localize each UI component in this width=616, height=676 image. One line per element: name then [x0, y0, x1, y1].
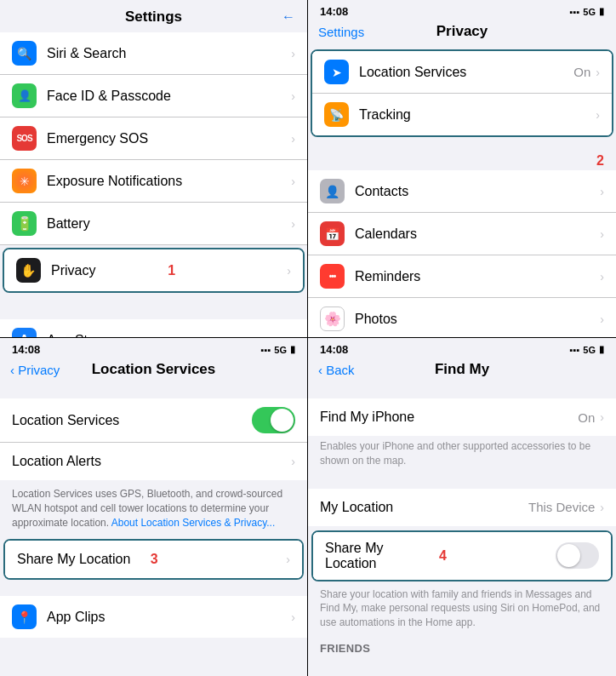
siri-label: Siri & Search — [47, 46, 291, 61]
chevron-icon: › — [291, 217, 295, 231]
reminders-icon: ••• — [320, 264, 345, 289]
location-services-group1: Location Services Location Alerts › — [0, 398, 307, 480]
chevron-icon: › — [291, 175, 295, 188]
time-q3: 14:08 — [12, 343, 40, 356]
privacy-item-photos[interactable]: 🌸 Photos › — [308, 298, 616, 338]
location-alerts-item[interactable]: Location Alerts › — [0, 443, 307, 480]
chevron-icon: › — [600, 312, 604, 326]
location-alerts-label: Location Alerts — [12, 454, 291, 469]
status-icons-q2: ▪▪▪ 5G ▮ — [570, 6, 604, 17]
nav-bar-q2: Settings Privacy — [308, 20, 616, 47]
photos-label: Photos — [355, 312, 600, 327]
chevron-icon: › — [291, 47, 295, 60]
location-services-toggle[interactable] — [252, 407, 295, 433]
sos-label: Emergency SOS — [47, 131, 291, 146]
location-services-toggle-item: Location Services — [0, 398, 307, 443]
section-gap-sm — [308, 475, 616, 489]
chevron-icon: › — [596, 108, 600, 122]
privacy-item-contacts[interactable]: 👤 Contacts › — [308, 170, 616, 213]
network-type: 5G — [274, 345, 287, 355]
quadrant-find-my: 14:08 ▪▪▪ 5G ▮ ‹ Back Find My Find My iP… — [308, 338, 616, 676]
chevron-icon: › — [600, 410, 604, 424]
settings-item-appstore[interactable]: A App Store › — [0, 319, 307, 338]
settings-item-faceid[interactable]: 👤 Face ID & Passcode › — [0, 75, 307, 117]
settings-item-battery[interactable]: 🔋 Battery › — [0, 203, 307, 245]
faceid-label: Face ID & Passcode — [47, 89, 291, 104]
contacts-icon: 👤 — [320, 179, 345, 203]
privacy-label: Privacy — [51, 263, 163, 278]
share-location-group-q4: Share My Location 4 — [313, 532, 611, 580]
back-button-q4[interactable]: ‹ Back — [318, 363, 355, 377]
my-location-item[interactable]: My Location This Device › — [308, 489, 616, 526]
status-bar-q2: 14:08 ▪▪▪ 5G ▮ — [308, 0, 616, 20]
nav-title-q3: Location Services — [92, 361, 216, 378]
tracking-label: Tracking — [359, 107, 596, 123]
chevron-icon: › — [291, 89, 295, 103]
settings-item-privacy[interactable]: ✋ Privacy 1 › — [4, 249, 303, 291]
find-my-group1: Find My iPhone On › — [308, 398, 616, 436]
photos-icon: 🌸 — [320, 306, 345, 331]
chevron-icon: › — [600, 227, 604, 241]
privacy-item-tracking[interactable]: 📡 Tracking › — [312, 94, 612, 135]
siri-icon: 🔍 — [12, 41, 37, 66]
time-q4: 14:08 — [320, 343, 348, 356]
nav-title-q4: Find My — [435, 361, 489, 378]
app-clips-item[interactable]: 📍 App Clips › — [0, 596, 307, 638]
settings-back-arrow: ← — [282, 9, 295, 25]
privacy-item-calendars[interactable]: 📅 Calendars › — [308, 213, 616, 255]
appstore-icon: A — [12, 328, 37, 338]
privacy-item-reminders[interactable]: ••• Reminders › — [308, 255, 616, 298]
back-button-q2[interactable]: Settings — [318, 25, 364, 39]
settings-title: Settings — [125, 9, 182, 26]
app-clips-label: App Clips — [47, 610, 291, 625]
find-my-iphone-label: Find My iPhone — [320, 410, 578, 425]
share-my-location-item-q4[interactable]: Share My Location 4 — [313, 532, 611, 580]
time-q2: 14:08 — [320, 5, 348, 18]
settings-item-siri[interactable]: 🔍 Siri & Search › — [0, 32, 307, 75]
app-clips-group: 📍 App Clips › — [0, 596, 307, 638]
share-location-toggle[interactable] — [556, 542, 599, 569]
tracking-icon: 📡 — [324, 102, 349, 127]
exposure-icon: ✳ — [12, 169, 37, 193]
location-services-icon: ➤ — [324, 60, 349, 84]
settings-item-exposure[interactable]: ✳ Exposure Notifications › — [0, 160, 307, 203]
badge-4: 4 — [439, 548, 447, 564]
nav-bar-q3: ‹ Privacy Location Services — [0, 358, 307, 385]
location-services-value: On — [573, 65, 590, 79]
back-button-q3[interactable]: ‹ Privacy — [10, 363, 60, 377]
settings-item-privacy-highlight: ✋ Privacy 1 › — [3, 248, 305, 293]
share-my-location-label-q4: Share My Location — [325, 541, 434, 571]
battery-label: Battery — [47, 216, 291, 232]
chevron-icon: › — [286, 553, 290, 566]
toggle-knob — [557, 544, 580, 567]
chevron-icon: › — [287, 264, 291, 278]
location-services-description: Location Services uses GPS, Bluetooth, a… — [0, 480, 307, 536]
my-location-value: This Device — [528, 500, 595, 514]
section-gap-sm — [308, 385, 616, 398]
privacy-item-location[interactable]: ➤ Location Services On › — [312, 51, 612, 94]
badge-1: 1 — [168, 263, 175, 278]
find-my-iphone-desc: Enables your iPhone and other supported … — [308, 436, 616, 475]
signal-icon: ▪▪▪ — [570, 7, 580, 17]
find-my-iphone-item[interactable]: Find My iPhone On › — [308, 398, 616, 436]
quadrant-location-services: 14:08 ▪▪▪ 5G ▮ ‹ Privacy Location Servic… — [0, 338, 308, 676]
chevron-icon: › — [291, 132, 295, 146]
share-location-group: Share My Location 3 › — [5, 541, 302, 578]
section-gap-sm — [0, 385, 307, 398]
share-my-location-desc: Share your location with family and frie… — [308, 584, 616, 637]
about-location-link[interactable]: About Location Services & Privacy... — [111, 517, 276, 529]
badge-3: 3 — [151, 552, 158, 567]
settings-item-sos[interactable]: SOS Emergency SOS › — [0, 117, 307, 160]
share-my-location-item[interactable]: Share My Location 3 › — [5, 541, 302, 578]
my-location-label: My Location — [320, 500, 528, 515]
section-gap-sm — [308, 140, 616, 153]
signal-icon: ▪▪▪ — [261, 345, 271, 355]
chevron-icon: › — [600, 501, 604, 514]
status-bar-q3: 14:08 ▪▪▪ 5G ▮ — [0, 338, 307, 358]
find-my-iphone-value: On — [578, 410, 595, 425]
nav-bar-q4: ‹ Back Find My — [308, 358, 616, 385]
find-my-group2: My Location This Device › — [308, 489, 616, 526]
location-services-label: Location Services — [359, 65, 573, 80]
network-type: 5G — [583, 7, 596, 17]
battery-icon: 🔋 — [12, 211, 37, 236]
